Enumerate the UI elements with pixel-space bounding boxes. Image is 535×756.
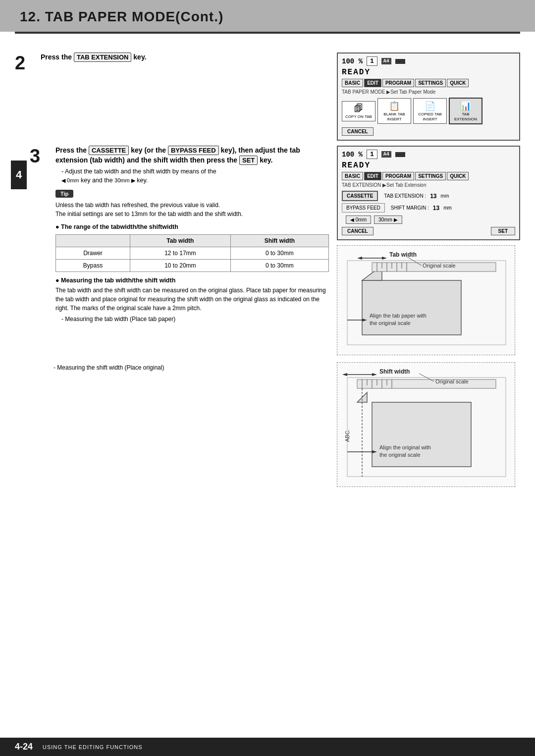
s2-tab-settings[interactable]: SETTINGS [415, 172, 446, 180]
svg-marker-13 [382, 257, 387, 260]
screen1-icons: 🗐 COPY ON TAB 📋 BLANK TAB INSERT 📄 COPIE… [342, 98, 515, 124]
cancel-button-2[interactable]: CANCEL [342, 227, 374, 235]
right-arrow-button[interactable]: 30mm ▶ [374, 216, 402, 224]
screen2-breadcrumb: TAB EXTENSION ▶Set Tab Extension [342, 182, 515, 188]
table-row: Drawer 12 to 17mm 0 to 30mm [56, 247, 329, 260]
tab-ext-val: 13 [430, 193, 436, 200]
left-key-cap: ◀ 0mm [61, 177, 79, 183]
tip-text-1: Unless the tab width has refreshed, the … [55, 201, 329, 218]
cancel-button-1[interactable]: CANCEL [342, 127, 374, 136]
svg-text:Shift width: Shift width [379, 368, 410, 375]
step-3-row: 4 3 Press the CASSETTE key (or the BYPAS… [15, 146, 520, 362]
measuring-text: The tab width and the shift width can be… [55, 286, 329, 313]
shift-section: - Measuring the shift width (Place origi… [15, 362, 520, 494]
svg-text:Original scale: Original scale [435, 378, 469, 384]
icon-blank-label: BLANK TAB INSERT [383, 112, 405, 121]
row-drawer-shift: 0 to 30mm [230, 247, 328, 260]
svg-text:Tab width: Tab width [389, 251, 417, 258]
s2-tab-edit[interactable]: EDIT [364, 172, 381, 180]
copy-on-tab-icon: 🗐 [345, 104, 372, 114]
screen1-percent: 100 % [342, 57, 363, 65]
diagram-1-svg: Tab width Original scale Align the tab p… [342, 251, 511, 350]
tab-ext-label: TAB EXTENSION : [384, 193, 426, 199]
cassette-keycap: CASSETTE [89, 146, 129, 155]
svg-marker-34 [342, 373, 347, 376]
step2-rest: key. [133, 53, 146, 61]
screen2-header: 100 % 1 A4 [342, 150, 515, 159]
step-2-row: 2 Press the TAB EXTENSION key. 100 % 1 A… [15, 53, 520, 141]
tab-basic[interactable]: BASIC [342, 79, 363, 87]
col-shift-width: Shift width [230, 235, 328, 247]
shift-unit: mm [443, 205, 452, 211]
step-2-content: Press the TAB EXTENSION key. [41, 53, 329, 65]
bypass-keycap: BYPASS FEED [168, 146, 219, 155]
step-3-number: 3 [30, 147, 48, 165]
diagram-2: Shift width Original scale ABC. Align th… [337, 362, 515, 487]
bullet-dot-1: ● [55, 223, 59, 230]
step-3-left: Press the CASSETTE key (or the BYPASS FE… [55, 146, 329, 362]
tab-settings[interactable]: SETTINGS [415, 79, 446, 87]
tab-edit[interactable]: EDIT [364, 79, 381, 87]
icon-tabext-label: TAB EXTENSION [454, 112, 477, 121]
diagram-2-svg: Shift width Original scale ABC. Align th… [342, 368, 511, 482]
step-2-title: Press the TAB EXTENSION key. [41, 53, 329, 62]
svg-text:the original scale: the original scale [379, 452, 421, 458]
arrow-buttons: ◀ 0mm 30mm ▶ [346, 216, 515, 224]
s2-tab-basic[interactable]: BASIC [342, 172, 363, 180]
range-table: Tab width Shift width Drawer 12 to 17mm … [55, 234, 329, 272]
step-3-title: Press the CASSETTE key (or the BYPASS FE… [55, 146, 329, 165]
screen2-paper: A4 [381, 151, 391, 158]
diagram-1: Tab width Original scale Align the tab p… [337, 245, 515, 355]
tip-container: Tip [55, 188, 329, 201]
tip-label: Tip [55, 190, 73, 198]
screen-1: 100 % 1 A4 READY BASIC EDIT PROGRAM SETT… [337, 53, 520, 141]
step3-press: Press the [55, 146, 89, 154]
copied-tab-icon: 📄 [417, 101, 443, 111]
set-button[interactable]: SET [491, 227, 515, 235]
s2-tab-quick[interactable]: QUICK [447, 172, 469, 180]
step-3-sub2: ◀ 0mm key and the 30mm ▶ key. [61, 177, 329, 184]
step2-instruction: Press the [41, 53, 72, 61]
icon-copied-label: COPIED TAB INSERT [418, 112, 442, 121]
svg-rect-1 [362, 280, 461, 335]
screen1-paper: A4 [381, 58, 391, 64]
svg-text:ABC.: ABC. [344, 429, 350, 442]
icon-copy-on-tab[interactable]: 🗐 COPY ON TAB [342, 101, 375, 121]
svg-marker-35 [372, 373, 377, 376]
tab-extension-keycap: TAB EXTENSION [74, 53, 132, 62]
left-arrow-button[interactable]: ◀ 0mm [346, 216, 371, 224]
svg-text:Original scale: Original scale [423, 263, 456, 269]
header-bar: 12. TAB PAPER MODE(Cont.) [0, 0, 535, 32]
measuring-shift-sub: - Measuring the shift width (Place origi… [54, 364, 329, 371]
shift-val: 13 [433, 205, 439, 212]
row-bypass-shift: 0 to 30mm [230, 260, 328, 272]
tab-quick[interactable]: QUICK [447, 79, 469, 87]
icon-blank-tab-insert[interactable]: 📋 BLANK TAB INSERT [377, 98, 411, 124]
shift-right: Shift width Original scale ABC. Align th… [337, 362, 520, 494]
table-header: ● The range of the tabwidth/the shiftwid… [55, 223, 329, 230]
step-3-body: Press the CASSETTE key (or the BYPASS FE… [55, 146, 520, 362]
svg-rect-24 [357, 379, 496, 388]
row-bypass-label: Bypass [56, 260, 130, 272]
footer-page: 4-24 [15, 742, 33, 752]
svg-text:the original scale: the original scale [370, 320, 411, 326]
screen2-tabs: BASIC EDIT PROGRAM SETTINGS QUICK [342, 172, 515, 180]
row-bypass-tab: 10 to 20mm [130, 260, 231, 272]
footer: 4-24 USING THE EDITING FUNCTIONS [0, 738, 535, 756]
cassette-button[interactable]: CASSETTE [342, 191, 378, 201]
tab-program[interactable]: PROGRAM [382, 79, 414, 87]
page: 12. TAB PAPER MODE(Cont.) 2 Press the TA… [0, 0, 535, 756]
icon-copied-tab-insert[interactable]: 📄 COPIED TAB INSERT [413, 98, 447, 124]
blank-tab-icon: 📋 [381, 101, 408, 111]
step-3-right: 100 % 1 A4 READY BASIC EDIT PROGRAM SETT… [337, 146, 520, 362]
bypass-button[interactable]: BYPASS FEED [342, 203, 385, 213]
battery-icon [395, 59, 405, 64]
measuring-tab-sub: - Measuring the tab width (Place tab pap… [61, 316, 329, 323]
icon-tab-extension[interactable]: 📊 TAB EXTENSION [449, 98, 482, 124]
step-2-number: 2 [15, 54, 33, 72]
tab-ext-icon: 📊 [453, 101, 479, 111]
screen2-bottom-btns: CANCEL SET [342, 227, 515, 235]
page-title: 12. TAB PAPER MODE(Cont.) [20, 9, 515, 25]
table-section: ● The range of the tabwidth/the shiftwid… [55, 223, 329, 272]
s2-tab-program[interactable]: PROGRAM [382, 172, 414, 180]
